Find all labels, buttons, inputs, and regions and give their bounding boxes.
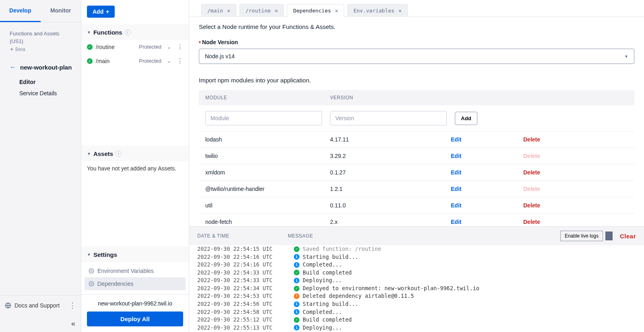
log-message: Starting build...: [303, 253, 358, 261]
edit-link[interactable]: Edit: [451, 186, 523, 192]
chevron-down-icon: ▼: [87, 252, 91, 257]
edit-link[interactable]: Edit: [451, 202, 523, 209]
delete-link: Delete: [523, 186, 540, 192]
info-icon: i: [294, 254, 299, 260]
beta-badge: ✦ Beta: [10, 47, 75, 52]
log-message: Completed...: [303, 308, 342, 316]
module-input[interactable]: [205, 111, 322, 125]
enable-live-logs-button[interactable]: Enable live logs: [560, 231, 603, 241]
add-label: Add: [93, 8, 103, 15]
add-button[interactable]: Add +: [87, 6, 115, 18]
functions-panel: Add + ▼ Functions i ✓ /routine Protected…: [81, 0, 189, 332]
main-content: /main✕/routine✕Dependencies✕Env.variable…: [189, 0, 644, 332]
live-toggle-icon[interactable]: [605, 232, 613, 240]
chevron-down-icon[interactable]: ⌄: [167, 44, 171, 50]
tab-label: Env.variables: [353, 8, 394, 14]
assets-section-header[interactable]: ▼ Assets i: [81, 146, 189, 161]
function-name: /main: [96, 58, 136, 64]
edit-link[interactable]: Edit: [451, 136, 523, 143]
warn-icon: !: [294, 293, 299, 299]
dependency-row: util 0.11.0 Edit Delete: [199, 197, 634, 214]
status-ok-icon: ✓: [87, 58, 93, 64]
version-input[interactable]: [330, 111, 447, 125]
dependency-row: twilio 3.29.2 Edit Delete: [199, 148, 634, 164]
delete-link[interactable]: Delete: [523, 219, 540, 225]
delete-link[interactable]: Delete: [523, 202, 540, 209]
settings-dependencies[interactable]: Dependencies: [85, 277, 186, 290]
info-icon: i: [294, 325, 299, 330]
log-timestamp: 2022-09-30 22:54:33 UTC: [197, 277, 274, 285]
log-line: 2022-09-30 22:54:58 UTC iCompleted...: [197, 308, 636, 316]
svg-point-2: [91, 283, 92, 285]
delete-link[interactable]: Delete: [523, 136, 540, 143]
log-timestamp: 2022-09-30 22:54:33 UTC: [197, 269, 274, 277]
edit-link[interactable]: Edit: [451, 169, 523, 176]
editor-tabs: /main✕/routine✕Dependencies✕Env.variable…: [189, 0, 644, 17]
chevron-down-icon[interactable]: ⌄: [167, 58, 171, 64]
log-message: Completed...: [303, 261, 342, 269]
more-icon[interactable]: ⋮: [177, 43, 183, 51]
host-suffix: .twil.io: [157, 300, 172, 307]
docs-support-link[interactable]: Docs and Support: [5, 302, 60, 309]
log-timestamp: 2022-09-30 22:54:34 UTC: [197, 285, 274, 293]
deps-table-header: MODULE VERSION: [199, 90, 634, 105]
info-icon[interactable]: i: [125, 29, 131, 35]
dep-version: 2.x: [330, 219, 451, 225]
deps-intro: Select a Node runtime for your Functions…: [199, 23, 634, 30]
dependency-row: xmldom 0.1.27 Edit Delete: [199, 164, 634, 181]
plus-icon: +: [106, 8, 109, 15]
back-arrow-icon[interactable]: ←: [10, 64, 16, 71]
dep-module: lodash: [205, 136, 330, 143]
nav-service-details[interactable]: Service Details: [19, 88, 75, 99]
delete-link[interactable]: Delete: [523, 169, 540, 176]
add-module-button[interactable]: Add: [455, 112, 477, 125]
node-version-select[interactable]: Node.js v14 ▼: [199, 49, 634, 64]
more-icon[interactable]: ⋮: [177, 57, 183, 65]
env-vars-label: Environment Variables: [97, 268, 154, 274]
function-row[interactable]: ✓ /routine Protected ⌄ ⋮: [81, 40, 189, 54]
col-module: MODULE: [205, 95, 330, 100]
log-timestamp: 2022-09-30 22:55:12 UTC: [197, 316, 274, 324]
editor-tab[interactable]: Env.variables✕: [347, 4, 408, 17]
import-text: Import npm modules into your application…: [199, 77, 634, 84]
log-timestamp: 2022-09-30 22:54:56 UTC: [197, 300, 274, 308]
settings-section-header[interactable]: ▼ Settings: [81, 246, 189, 262]
log-date-header: DATE & TIME: [197, 233, 288, 239]
close-icon[interactable]: ✕: [227, 8, 230, 14]
node-version-label: •Node Version: [199, 39, 634, 45]
protection-label: Protected: [139, 44, 161, 50]
editor-tab[interactable]: /main✕: [201, 4, 236, 17]
dep-module: twilio: [205, 153, 330, 159]
function-name: /routine: [96, 44, 136, 50]
close-icon[interactable]: ✕: [398, 8, 402, 14]
tab-develop[interactable]: Develop: [0, 0, 41, 22]
info-icon[interactable]: i: [116, 151, 122, 157]
log-message: Starting build...: [303, 300, 358, 308]
docs-label: Docs and Support: [14, 302, 60, 309]
delete-link: Delete: [523, 153, 540, 159]
log-line: 2022-09-30 22:54:16 UTC iStarting build.…: [197, 253, 636, 261]
tab-monitor[interactable]: Monitor: [41, 0, 81, 22]
settings-env-variables[interactable]: Environment Variables: [81, 264, 189, 277]
log-message: Build completed: [303, 269, 352, 277]
more-menu-icon[interactable]: ⋮: [69, 301, 76, 310]
editor-tab[interactable]: Dependencies✕: [287, 4, 344, 17]
functions-section-header[interactable]: ▼ Functions i: [81, 24, 189, 40]
tab-label: Dependencies: [293, 8, 331, 14]
assets-empty-text: You have not yet added any Assets.: [81, 161, 189, 247]
log-line: 2022-09-30 22:54:34 UTC ✓Deployed to env…: [197, 285, 636, 293]
log-line: 2022-09-30 22:55:13 UTC iDeploying...: [197, 324, 636, 332]
functions-assets-label: Functions and Assets: [10, 31, 75, 37]
deploy-all-button[interactable]: Deploy All: [87, 312, 183, 326]
collapse-sidebar-icon[interactable]: «: [71, 320, 75, 328]
close-icon[interactable]: ✕: [275, 8, 278, 14]
editor-tab[interactable]: /routine✕: [239, 4, 284, 17]
ok-icon: ✓: [294, 286, 299, 291]
clear-logs-button[interactable]: Clear: [620, 233, 636, 240]
nav-editor[interactable]: Editor: [19, 76, 75, 88]
function-row[interactable]: ✓ /main Protected ⌄ ⋮: [81, 54, 189, 68]
close-icon[interactable]: ✕: [335, 8, 338, 14]
log-timestamp: 2022-09-30 22:54:16 UTC: [197, 261, 274, 269]
edit-link[interactable]: Edit: [451, 219, 523, 225]
edit-link[interactable]: Edit: [451, 153, 523, 159]
